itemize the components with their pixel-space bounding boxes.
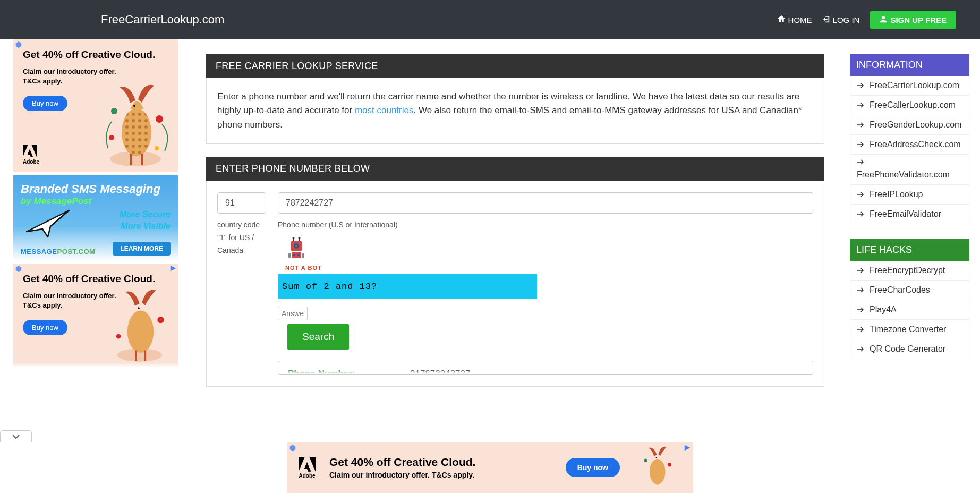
sidebar-info-header: INFORMATION xyxy=(850,54,969,76)
sidebar-label: FreeCallerLookup.com xyxy=(870,100,956,110)
brand-title[interactable]: FreeCarrierLookup.com xyxy=(101,13,224,27)
arrow-icon xyxy=(857,103,864,108)
learn-more-button[interactable]: LEARN MORE xyxy=(113,242,171,256)
ad-sub1: Claim our introductory offer. xyxy=(23,67,168,76)
sms-subtitle: by MessagePost xyxy=(21,196,171,207)
panel2-header: ENTER PHONE NUMBER BELOW xyxy=(206,157,824,181)
ad-adobe-1[interactable]: Get 40% off Creative Cloud. Claim our in… xyxy=(13,39,178,172)
sidebar-item-freeencryptdecrypt[interactable]: FreeEncryptDecrypt xyxy=(850,261,969,280)
sidebar-label: FreeEncryptDecrypt xyxy=(870,266,945,275)
sidebar-label: QR Code Generator xyxy=(870,344,945,354)
svg-rect-15 xyxy=(292,252,301,258)
ad-illustration xyxy=(98,79,175,169)
svg-point-4 xyxy=(133,105,135,107)
sidebar-label: FreeAddressCheck.com xyxy=(870,140,961,149)
arrow-icon xyxy=(857,159,864,165)
country-code-input[interactable] xyxy=(217,192,266,214)
arrow-icon xyxy=(857,122,864,128)
sidebar-info-list: FreeCarrierLookup.com FreeCallerLookup.c… xyxy=(850,76,969,224)
svg-point-8 xyxy=(155,146,159,150)
ad-close-icon[interactable] xyxy=(169,265,177,272)
user-icon xyxy=(880,15,887,24)
svg-point-6 xyxy=(156,115,163,123)
ad-title: Get 40% off Creative Cloud. xyxy=(23,273,168,285)
robot-icon xyxy=(285,237,308,260)
svg-point-7 xyxy=(109,135,114,140)
sidebar-label: Timezone Converter xyxy=(870,325,946,334)
svg-point-10 xyxy=(127,311,154,353)
phone-help-text: Phone number (U.S or International) xyxy=(278,219,813,232)
main-column: FREE CARRIER LOOKUP SERVICE Enter a phon… xyxy=(181,39,850,387)
arrow-icon xyxy=(857,83,864,88)
sidebar-label: FreeCarrierLookup.com xyxy=(870,81,959,90)
svg-point-22 xyxy=(293,254,295,256)
sidebar-item-play4a[interactable]: Play4A xyxy=(850,300,969,319)
result-fade xyxy=(278,370,813,374)
header-bar: FreeCarrierLookup.com HOME LOG IN SIGN U… xyxy=(0,0,980,39)
arrow-icon xyxy=(857,287,864,293)
svg-point-5 xyxy=(111,108,117,114)
sidebar-item-freecallerlookup[interactable]: FreeCallerLookup.com xyxy=(850,95,969,115)
arrow-icon xyxy=(857,346,864,352)
ad-title: Get 40% off Creative Cloud. xyxy=(23,49,168,61)
svg-point-20 xyxy=(293,237,295,239)
sidebar-item-freecarrierlookup[interactable]: FreeCarrierLookup.com xyxy=(850,76,969,95)
svg-point-12 xyxy=(157,317,164,323)
search-button[interactable]: Search xyxy=(287,324,349,350)
ad-buy-button[interactable]: Buy now xyxy=(23,320,67,335)
ad-messagepost[interactable]: Branded SMS Messaging by MessagePost Mor… xyxy=(13,175,178,261)
adobe-name: Adobe xyxy=(23,159,39,165)
sidebar-label: FreeIPLookup xyxy=(870,190,923,199)
phone-number-input[interactable] xyxy=(278,192,813,214)
ad-illustration xyxy=(106,285,175,364)
service-description: Enter a phone number and we'll return th… xyxy=(217,90,813,132)
sidebar-hacks-header: LIFE HACKS xyxy=(850,239,969,261)
sidebar-label: FreeEmailValidator xyxy=(870,209,941,219)
adchoices-icon[interactable] xyxy=(15,41,22,48)
sidebar-item-timezone-converter[interactable]: Timezone Converter xyxy=(850,319,969,339)
ad-adobe-2[interactable]: Get 40% off Creative Cloud. Claim our in… xyxy=(13,264,178,367)
arrow-icon xyxy=(857,192,864,197)
ad-fade xyxy=(13,363,178,367)
sidebar-item-freeaddresscheck[interactable]: FreeAddressCheck.com xyxy=(850,134,969,154)
login-label: LOG IN xyxy=(833,15,860,24)
cc-help-text: country code "1" for US / Canada xyxy=(217,219,266,257)
adchoices-icon[interactable] xyxy=(15,265,22,273)
sidebar-label: FreeCharCodes xyxy=(870,285,930,295)
captcha-answer-input[interactable] xyxy=(278,307,308,320)
sidebar-item-freeemailvalidator[interactable]: FreeEmailValidator xyxy=(850,204,969,224)
form-body: country code "1" for US / Canada Phone n… xyxy=(206,181,824,387)
nav-right: HOME LOG IN SIGN UP FREE xyxy=(777,11,956,29)
svg-point-13 xyxy=(116,334,121,339)
home-icon xyxy=(777,15,786,24)
sidebar-item-freeiplookup[interactable]: FreeIPLookup xyxy=(850,184,969,204)
signup-button[interactable]: SIGN UP FREE xyxy=(870,11,956,29)
sms-title: Branded SMS Messaging xyxy=(21,182,171,196)
sidebar-label: Play4A xyxy=(870,305,897,314)
sidebar-item-freegenderlookup[interactable]: FreeGenderLookup.com xyxy=(850,115,969,134)
sidebar: INFORMATION FreeCarrierLookup.com FreeCa… xyxy=(850,39,980,387)
arrow-icon xyxy=(857,211,864,217)
svg-point-11 xyxy=(138,307,140,309)
arrow-icon xyxy=(857,268,864,273)
sidebar-item-qr-code-generator[interactable]: QR Code Generator xyxy=(850,339,969,359)
ad-buy-button[interactable]: Buy now xyxy=(23,96,67,111)
adobe-logo: Adobe xyxy=(23,144,39,165)
svg-point-21 xyxy=(299,237,301,239)
most-countries-link[interactable]: most countries xyxy=(355,105,414,115)
sidebar-item-freephonevalidator[interactable]: FreePhoneValidator.com xyxy=(850,154,969,184)
svg-point-2 xyxy=(122,108,151,156)
arrow-icon xyxy=(857,142,864,147)
svg-point-23 xyxy=(297,254,300,256)
svg-rect-24 xyxy=(288,253,291,258)
arrow-icon xyxy=(857,327,864,332)
sidebar-label: FreePhoneValidator.com xyxy=(857,170,962,180)
sidebar-label: FreeGenderLookup.com xyxy=(870,120,961,130)
login-icon xyxy=(823,15,830,24)
paper-plane-icon xyxy=(24,208,74,240)
sidebar-item-freecharcodes[interactable]: FreeCharCodes xyxy=(850,280,969,300)
home-link[interactable]: HOME xyxy=(777,15,812,24)
login-link[interactable]: LOG IN xyxy=(823,15,860,24)
captcha-question: Sum of 2 and 13? xyxy=(278,274,537,299)
sms-brand: MESSAGEPOST.COM xyxy=(21,248,95,256)
